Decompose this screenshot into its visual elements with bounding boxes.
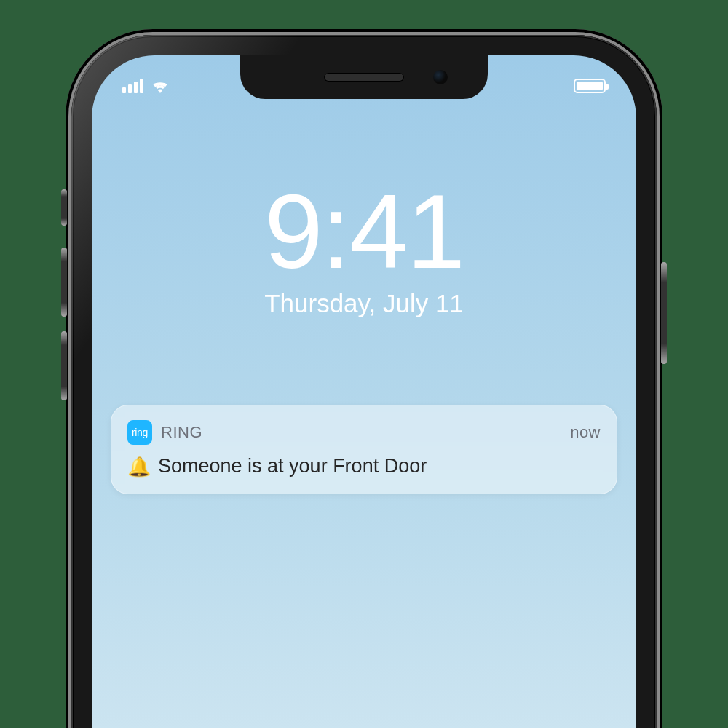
lock-screen-time: 9:41 — [92, 179, 636, 285]
notification-app-name: RING — [161, 423, 202, 442]
earpiece-speaker — [324, 73, 404, 82]
ring-app-icon: ring — [127, 420, 152, 445]
status-bar-left — [122, 79, 170, 93]
phone-bezel: 9:41 Thursday, July 11 ring RING now 🔔 S… — [71, 35, 657, 728]
cellular-signal-icon — [122, 79, 143, 93]
battery-icon — [574, 79, 606, 93]
volume-up-button[interactable] — [61, 248, 67, 317]
bell-icon: 🔔 — [127, 457, 151, 476]
notification-body: 🔔 Someone is at your Front Door — [127, 455, 601, 478]
power-button[interactable] — [661, 262, 667, 364]
notification-message: Someone is at your Front Door — [158, 455, 427, 478]
phone-frame: 9:41 Thursday, July 11 ring RING now 🔔 S… — [66, 29, 662, 728]
phone-notch — [240, 55, 488, 99]
wifi-icon — [151, 79, 170, 93]
front-camera-icon — [433, 70, 448, 84]
phone-screen: 9:41 Thursday, July 11 ring RING now 🔔 S… — [92, 55, 636, 728]
silent-switch[interactable] — [61, 189, 67, 226]
lock-screen-clock: 9:41 Thursday, July 11 — [92, 179, 636, 318]
volume-down-button[interactable] — [61, 331, 67, 400]
notification-time: now — [570, 423, 601, 442]
notification-header: ring RING now — [127, 420, 601, 445]
notification-card[interactable]: ring RING now 🔔 Someone is at your Front… — [111, 405, 617, 494]
lock-screen-date: Thursday, July 11 — [92, 289, 636, 318]
